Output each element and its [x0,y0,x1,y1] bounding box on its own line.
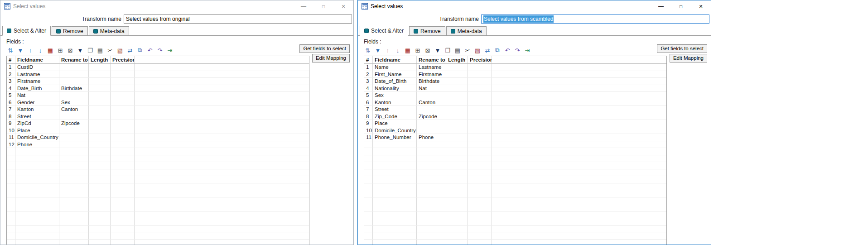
row-number-cell[interactable] [7,176,15,183]
row-number-cell[interactable]: 5 [364,92,373,99]
fieldname-cell[interactable]: Firstname [15,78,59,85]
precision-cell[interactable] [468,85,492,92]
row-number-cell[interactable]: 12 [7,141,15,148]
title-bar[interactable]: Select values — □ ✕ [358,0,711,12]
length-cell[interactable] [89,127,111,134]
precision-cell[interactable] [111,127,135,134]
precision-cell[interactable] [468,64,492,71]
fieldname-cell[interactable]: ZipCd [15,120,59,127]
rename-cell[interactable] [59,240,89,245]
rename-cell[interactable]: Canton [417,99,446,106]
rename-cell[interactable] [59,190,89,197]
rename-cell[interactable]: Birthdate [417,78,446,85]
row-number-cell[interactable]: 3 [364,78,373,85]
precision-cell[interactable] [111,155,135,162]
col-header-length[interactable]: Length [446,56,468,63]
length-cell[interactable] [89,218,111,225]
precision-cell[interactable] [468,211,492,218]
row-number-cell[interactable] [364,148,373,155]
rename-cell[interactable] [59,226,89,232]
precision-cell[interactable] [111,113,135,120]
length-cell[interactable] [89,162,111,169]
row-number-cell[interactable]: 1 [364,64,373,71]
fieldname-cell[interactable]: Street [15,113,59,120]
row-number-cell[interactable]: 1 [7,64,15,71]
swap-icon[interactable]: ⇄ [126,47,134,54]
fieldname-cell[interactable] [15,169,59,176]
fieldname-cell[interactable] [15,148,59,155]
fieldname-cell[interactable]: Zip_Code [373,113,417,120]
move-down-icon[interactable]: ↓ [36,47,44,54]
col-header-fieldname[interactable]: Fieldname [15,56,59,63]
row-number-cell[interactable] [7,162,15,169]
precision-cell[interactable] [468,99,492,106]
rename-cell[interactable]: Phone [417,134,446,141]
maximize-button[interactable]: □ [313,0,333,12]
precision-cell[interactable] [468,78,492,85]
precision-cell[interactable] [468,141,492,148]
precision-cell[interactable] [111,218,135,225]
rename-cell[interactable] [59,92,89,99]
length-cell[interactable] [446,106,468,113]
rename-cell[interactable] [417,120,446,127]
length-cell[interactable] [89,176,111,183]
fieldname-cell[interactable] [373,162,417,169]
row-number-cell[interactable] [7,197,15,204]
precision-cell[interactable] [468,197,492,204]
fieldname-cell[interactable] [373,148,417,155]
length-cell[interactable] [89,211,111,218]
row-number-cell[interactable] [364,204,373,211]
redo-icon[interactable]: ↷ [513,47,521,54]
length-cell[interactable] [89,85,111,92]
fieldname-cell[interactable] [15,190,59,197]
row-number-cell[interactable] [7,148,15,155]
copy-icon[interactable]: ❐ [444,47,452,54]
precision-cell[interactable] [111,78,135,85]
rename-cell[interactable] [59,218,89,225]
swap-icon[interactable]: ⇄ [483,47,492,54]
precision-cell[interactable] [111,141,135,148]
row-number-cell[interactable] [7,169,15,176]
rename-cell[interactable] [417,162,446,169]
length-cell[interactable] [446,141,468,148]
fieldname-cell[interactable]: Nat [15,92,59,99]
row-number-cell[interactable]: 4 [7,85,15,92]
fieldname-cell[interactable] [15,211,59,218]
clear-rows-icon[interactable]: ⊠ [424,47,432,54]
tab-select-and-alter[interactable]: Select & Alter [2,26,51,36]
length-cell[interactable] [89,113,111,120]
fieldname-cell[interactable]: Phone_Number [373,134,417,141]
rename-cell[interactable]: Firstname [417,71,446,78]
rename-cell[interactable] [59,78,89,85]
row-number-cell[interactable]: 11 [364,134,373,141]
title-bar[interactable]: Select values — □ ✕ [0,0,353,12]
fieldname-cell[interactable]: Street [373,106,417,113]
row-number-cell[interactable] [7,204,15,211]
precision-cell[interactable] [468,204,492,211]
row-number-cell[interactable] [364,226,373,232]
optimal-width-icon[interactable]: ⇥ [166,47,174,54]
row-number-cell[interactable]: 9 [7,120,15,127]
precision-cell[interactable] [111,197,135,204]
rename-cell[interactable] [59,141,89,148]
fieldname-cell[interactable] [373,141,417,148]
precision-cell[interactable] [111,176,135,183]
precision-cell[interactable] [111,120,135,127]
length-cell[interactable] [89,134,111,141]
rename-cell[interactable] [59,204,89,211]
row-number-cell[interactable] [7,155,15,162]
tab-meta-data[interactable]: Meta-data [446,26,487,35]
fieldname-cell[interactable]: Kanton [373,99,417,106]
rename-cell[interactable] [417,106,446,113]
move-up-icon[interactable]: ↑ [384,47,392,54]
row-number-cell[interactable]: 6 [364,99,373,106]
rename-cell[interactable]: Birthdate [59,85,89,92]
row-number-cell[interactable]: 10 [7,127,15,134]
col-header-number[interactable]: # [7,56,15,63]
fieldname-cell[interactable] [373,169,417,176]
precision-cell[interactable] [468,148,492,155]
length-cell[interactable] [446,99,468,106]
minimize-button[interactable]: — [651,0,671,12]
rename-cell[interactable] [59,113,89,120]
precision-cell[interactable] [111,211,135,218]
